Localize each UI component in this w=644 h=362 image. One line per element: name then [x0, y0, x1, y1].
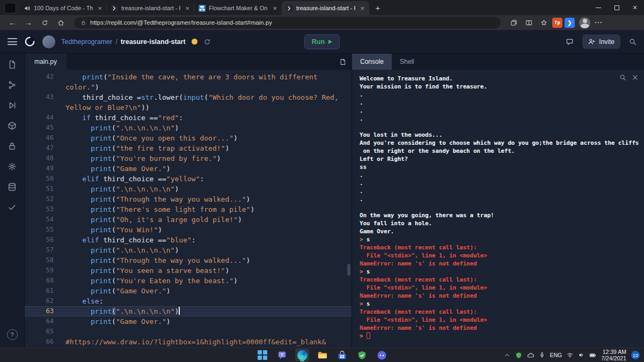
console-output[interactable]: Welcome to Treasure Island.Your mission …: [352, 70, 644, 348]
tab-actions-icon[interactable]: [4, 3, 16, 13]
taskbar-app-edge[interactable]: [295, 349, 309, 361]
browser-tab[interactable]: Flowchart Maker & Online Diagr×: [194, 1, 282, 15]
code-row[interactable]: color."): [25, 82, 352, 92]
tab-close-icon[interactable]: ×: [358, 4, 366, 12]
code-token: "Game Over.": [116, 165, 166, 173]
tray-mic-icon[interactable]: [539, 352, 545, 358]
code-row[interactable]: 42 print("Inside the cave, there are 3 d…: [25, 72, 352, 82]
tab-shell[interactable]: Shell: [392, 54, 422, 70]
new-tab-button[interactable]: +: [371, 1, 384, 14]
home-icon[interactable]: [54, 17, 68, 28]
browser-profile-avatar[interactable]: [579, 17, 590, 28]
sidebar-item-database[interactable]: [8, 182, 17, 194]
code-row[interactable]: 63 print(".\n.\n.\n.\n"): [25, 306, 352, 316]
hamburger-menu-icon[interactable]: [8, 38, 17, 45]
code-row[interactable]: 54 print("Oh, it's a large gold pile!"): [25, 215, 352, 225]
maximize-button[interactable]: [608, 0, 626, 15]
avatar[interactable]: [42, 35, 55, 48]
sidebar-item-settings[interactable]: [8, 162, 17, 173]
code-row[interactable]: 45 print(".\n.\n.\n.\n"): [25, 123, 352, 133]
collections-icon[interactable]: [507, 17, 520, 28]
minimize-button[interactable]: [589, 0, 608, 15]
language-indicator[interactable]: ENG: [550, 352, 562, 358]
forward-icon[interactable]: →: [21, 17, 35, 28]
code-row[interactable]: 49 print("Game Over."): [25, 164, 352, 174]
extension-icon[interactable]: ❯: [565, 18, 575, 28]
code-row[interactable]: 61 print("Game Over."): [25, 286, 352, 296]
code-row[interactable]: 43 third_choice =str.lower(input("Which …: [25, 92, 352, 102]
sidebar-item-version-control[interactable]: [8, 80, 17, 92]
close-button[interactable]: ×: [626, 0, 644, 15]
code-token: "You seen a starve beast!": [116, 267, 225, 275]
chat-icon[interactable]: [566, 38, 574, 46]
code-row[interactable]: 50 elif third_choice =="yellow":: [25, 174, 352, 184]
sidebar-item-tests[interactable]: [8, 203, 17, 214]
invite-button[interactable]: Invite: [582, 34, 620, 49]
address-bar[interactable]: https://replit.com/@Tedtheprogramer/trea…: [74, 17, 501, 28]
docs-icon[interactable]: [339, 58, 346, 65]
editor-scrollbar[interactable]: [347, 264, 350, 276]
browser-tab[interactable]: treasure-island-start - Replit×: [282, 1, 369, 15]
taskbar-app-discord[interactable]: [375, 349, 389, 361]
file-tab-main-py[interactable]: main.py: [25, 54, 67, 70]
sidebar-item-files[interactable]: [8, 60, 17, 71]
battery-icon[interactable]: [589, 352, 596, 359]
tab-console[interactable]: Console: [352, 54, 392, 70]
code-editor[interactable]: 42 print("Inside the cave, there are 3 d…: [25, 70, 352, 348]
replit-logo-icon[interactable]: [23, 35, 36, 48]
taskbar-app-teams[interactable]: T: [275, 349, 289, 361]
code-row[interactable]: 65: [25, 327, 352, 337]
help-button[interactable]: ?: [7, 329, 18, 340]
code-row[interactable]: 52 print("Through the way you walked..."…: [25, 194, 352, 204]
tray-security-icon[interactable]: [515, 352, 522, 359]
code-row[interactable]: 58 print("Through the way you walked..."…: [25, 255, 352, 265]
code-row[interactable]: 60 print("You're Eaten by the beast."): [25, 276, 352, 286]
favorites-icon[interactable]: [537, 17, 550, 28]
taskbar-app-store[interactable]: [335, 349, 349, 361]
tray-chevron-icon[interactable]: [504, 352, 510, 358]
code-row[interactable]: 66#https://www.draw.io/?lightbox=1&highl…: [25, 337, 352, 347]
sidebar-item-debugger[interactable]: [8, 101, 17, 112]
code-row[interactable]: 56 elif third_choice =="blue":: [25, 235, 352, 245]
tab-close-icon[interactable]: ×: [271, 4, 279, 12]
code-row[interactable]: 47 print("the fire trap activated!"): [25, 143, 352, 153]
console-clear-icon[interactable]: [632, 74, 639, 81]
code-row[interactable]: 48 print("You're burned by fire."): [25, 153, 352, 164]
code-row[interactable]: 57 print(".\n.\n.\n.\n"): [25, 245, 352, 255]
history-icon[interactable]: [203, 38, 211, 46]
taskbar-app-start[interactable]: [255, 349, 269, 361]
tampermonkey-extension-icon[interactable]: Tp: [552, 18, 562, 28]
tab-close-icon[interactable]: ×: [184, 4, 191, 12]
browser-tab[interactable]: treasure-island-start - Replit×: [107, 1, 194, 15]
code-row[interactable]: 53 print("There's some light from a pile…: [25, 204, 352, 215]
search-icon[interactable]: [629, 38, 636, 46]
taskbar-app-explorer[interactable]: [315, 349, 329, 361]
wifi-icon[interactable]: [567, 352, 573, 358]
code-row[interactable]: 55 print("You Win!"): [25, 225, 352, 235]
code-row[interactable]: 62 else:: [25, 296, 352, 306]
tray-cloud-icon[interactable]: [527, 352, 534, 359]
more-menu-icon[interactable]: ···: [595, 19, 603, 26]
run-button[interactable]: Run: [304, 34, 340, 49]
volume-icon[interactable]: [578, 352, 584, 358]
code-row[interactable]: 64 print("Game Over."): [25, 316, 352, 327]
sidebar-item-packages[interactable]: [8, 121, 17, 132]
taskbar-clock[interactable]: 12:39 AM 7/24/2021: [601, 349, 626, 361]
code-row[interactable]: 59 print("You seen a starve beast!"): [25, 265, 352, 276]
browser-tab[interactable]: 100 Days of Code - The Cor×: [19, 1, 107, 15]
code-row[interactable]: 44 if third_choice =="red":: [25, 113, 352, 123]
tab-close-icon[interactable]: ×: [96, 4, 104, 12]
taskbar-app-antivirus[interactable]: [355, 349, 369, 361]
console-search-icon[interactable]: [619, 74, 626, 81]
notification-badge[interactable]: 10: [631, 351, 640, 359]
code-row[interactable]: 46 print("Once you open this door..."): [25, 133, 352, 143]
url-text[interactable]: https://replit.com/@Tedtheprogramer/trea…: [90, 19, 272, 26]
breadcrumb-username[interactable]: Tedtheprogramer: [61, 38, 112, 46]
sidebar-item-secrets[interactable]: [8, 142, 17, 153]
refresh-icon[interactable]: [38, 17, 52, 28]
breadcrumb-project[interactable]: treasure-island-start: [121, 38, 186, 46]
split-screen-icon[interactable]: [522, 17, 535, 28]
code-row[interactable]: 51 print(".\n.\n.\n.\n"): [25, 184, 352, 194]
code-row[interactable]: Yellow or Blue?\n")): [25, 102, 352, 113]
back-icon[interactable]: ←: [5, 17, 19, 28]
